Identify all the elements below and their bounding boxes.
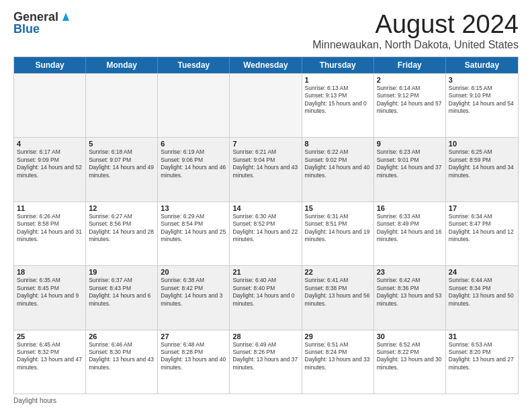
day-number: 4 <box>17 140 83 148</box>
calendar-cell: 22Sunrise: 6:41 AM Sunset: 8:38 PM Dayli… <box>302 266 374 329</box>
day-number: 24 <box>449 268 515 276</box>
cell-info: Sunrise: 6:45 AM Sunset: 8:32 PM Dayligh… <box>17 341 83 372</box>
cell-info: Sunrise: 6:44 AM Sunset: 8:34 PM Dayligh… <box>449 277 515 308</box>
calendar-cell <box>158 74 230 137</box>
calendar-cell: 8Sunrise: 6:22 AM Sunset: 9:02 PM Daylig… <box>302 138 374 201</box>
calendar-cell: 27Sunrise: 6:48 AM Sunset: 8:28 PM Dayli… <box>158 330 230 394</box>
logo-general: General <box>13 11 58 23</box>
day-number: 6 <box>161 140 226 148</box>
calendar-cell: 2Sunrise: 6:14 AM Sunset: 9:12 PM Daylig… <box>374 74 446 137</box>
day-number: 26 <box>89 332 154 340</box>
header-day-wednesday: Wednesday <box>230 57 302 73</box>
header-day-saturday: Saturday <box>446 57 518 73</box>
day-number: 31 <box>449 332 515 340</box>
calendar-cell: 28Sunrise: 6:49 AM Sunset: 8:26 PM Dayli… <box>230 330 302 394</box>
day-number: 5 <box>89 140 154 148</box>
logo-blue: Blue <box>13 22 40 36</box>
day-number: 30 <box>377 332 443 340</box>
calendar-cell <box>86 74 158 137</box>
cell-info: Sunrise: 6:26 AM Sunset: 8:58 PM Dayligh… <box>17 213 83 244</box>
cell-info: Sunrise: 6:27 AM Sunset: 8:56 PM Dayligh… <box>89 213 154 244</box>
day-number: 7 <box>232 140 298 148</box>
logo: General Blue <box>13 11 72 36</box>
calendar-cell: 16Sunrise: 6:33 AM Sunset: 8:49 PM Dayli… <box>374 202 446 265</box>
day-number: 9 <box>377 140 443 148</box>
location: Minnewaukan, North Dakota, United States <box>312 39 519 51</box>
day-number: 12 <box>89 204 154 212</box>
cell-info: Sunrise: 6:13 AM Sunset: 9:13 PM Dayligh… <box>305 85 371 116</box>
cell-info: Sunrise: 6:38 AM Sunset: 8:42 PM Dayligh… <box>161 277 226 308</box>
calendar-cell: 15Sunrise: 6:31 AM Sunset: 8:51 PM Dayli… <box>302 202 374 265</box>
cell-info: Sunrise: 6:21 AM Sunset: 9:04 PM Dayligh… <box>232 148 298 179</box>
cell-info: Sunrise: 6:22 AM Sunset: 9:02 PM Dayligh… <box>305 148 371 179</box>
calendar-cell: 25Sunrise: 6:45 AM Sunset: 8:32 PM Dayli… <box>14 330 86 394</box>
calendar-cell: 24Sunrise: 6:44 AM Sunset: 8:34 PM Dayli… <box>446 266 518 329</box>
cell-info: Sunrise: 6:19 AM Sunset: 9:06 PM Dayligh… <box>161 148 226 179</box>
day-number: 23 <box>377 268 443 276</box>
cell-info: Sunrise: 6:35 AM Sunset: 8:45 PM Dayligh… <box>17 277 83 308</box>
header-day-thursday: Thursday <box>302 57 374 73</box>
calendar-cell <box>14 74 86 137</box>
calendar-cell: 26Sunrise: 6:46 AM Sunset: 8:30 PM Dayli… <box>86 330 158 394</box>
calendar-cell: 10Sunrise: 6:25 AM Sunset: 8:59 PM Dayli… <box>446 138 518 201</box>
calendar-row-1: 1Sunrise: 6:13 AM Sunset: 9:13 PM Daylig… <box>14 73 518 137</box>
calendar-cell: 18Sunrise: 6:35 AM Sunset: 8:45 PM Dayli… <box>14 266 86 329</box>
day-number: 28 <box>232 332 298 340</box>
cell-info: Sunrise: 6:23 AM Sunset: 9:01 PM Dayligh… <box>377 148 443 179</box>
calendar-row-4: 18Sunrise: 6:35 AM Sunset: 8:45 PM Dayli… <box>14 265 518 329</box>
calendar-cell: 11Sunrise: 6:26 AM Sunset: 8:58 PM Dayli… <box>14 202 86 265</box>
calendar-cell: 1Sunrise: 6:13 AM Sunset: 9:13 PM Daylig… <box>302 74 374 137</box>
cell-info: Sunrise: 6:52 AM Sunset: 8:22 PM Dayligh… <box>377 341 443 372</box>
cell-info: Sunrise: 6:49 AM Sunset: 8:26 PM Dayligh… <box>232 341 298 372</box>
calendar-row-3: 11Sunrise: 6:26 AM Sunset: 8:58 PM Dayli… <box>14 201 518 265</box>
cell-info: Sunrise: 6:25 AM Sunset: 8:59 PM Dayligh… <box>449 148 515 179</box>
day-number: 3 <box>449 76 515 84</box>
day-number: 25 <box>17 332 83 340</box>
cell-info: Sunrise: 6:40 AM Sunset: 8:40 PM Dayligh… <box>232 277 298 308</box>
day-number: 10 <box>449 140 515 148</box>
cell-info: Sunrise: 6:37 AM Sunset: 8:43 PM Dayligh… <box>89 277 154 308</box>
header-day-tuesday: Tuesday <box>158 57 230 73</box>
day-number: 8 <box>305 140 371 148</box>
calendar-cell: 5Sunrise: 6:18 AM Sunset: 9:07 PM Daylig… <box>86 138 158 201</box>
cell-info: Sunrise: 6:51 AM Sunset: 8:24 PM Dayligh… <box>305 341 371 372</box>
day-number: 2 <box>377 76 443 84</box>
calendar-cell: 4Sunrise: 6:17 AM Sunset: 9:09 PM Daylig… <box>14 138 86 201</box>
day-number: 19 <box>89 268 154 276</box>
calendar-cell: 21Sunrise: 6:40 AM Sunset: 8:40 PM Dayli… <box>230 266 302 329</box>
month-title: August 2024 <box>312 11 519 39</box>
day-number: 13 <box>161 204 226 212</box>
calendar-row-5: 25Sunrise: 6:45 AM Sunset: 8:32 PM Dayli… <box>14 330 518 394</box>
header-day-monday: Monday <box>86 57 158 73</box>
calendar-cell: 12Sunrise: 6:27 AM Sunset: 8:56 PM Dayli… <box>86 202 158 265</box>
day-number: 14 <box>232 204 298 212</box>
cell-info: Sunrise: 6:29 AM Sunset: 8:54 PM Dayligh… <box>161 213 226 244</box>
calendar-cell: 9Sunrise: 6:23 AM Sunset: 9:01 PM Daylig… <box>374 138 446 201</box>
calendar-cell: 23Sunrise: 6:42 AM Sunset: 8:36 PM Dayli… <box>374 266 446 329</box>
cell-info: Sunrise: 6:41 AM Sunset: 8:38 PM Dayligh… <box>305 277 371 308</box>
calendar-cell: 20Sunrise: 6:38 AM Sunset: 8:42 PM Dayli… <box>158 266 230 329</box>
footer-note: Daylight hours <box>13 397 519 404</box>
day-number: 15 <box>305 204 371 212</box>
day-number: 27 <box>161 332 226 340</box>
calendar-cell: 31Sunrise: 6:53 AM Sunset: 8:20 PM Dayli… <box>446 330 518 394</box>
cell-info: Sunrise: 6:46 AM Sunset: 8:30 PM Dayligh… <box>89 341 154 372</box>
calendar-cell: 13Sunrise: 6:29 AM Sunset: 8:54 PM Dayli… <box>158 202 230 265</box>
day-number: 22 <box>305 268 371 276</box>
header-day-friday: Friday <box>374 57 446 73</box>
day-number: 1 <box>305 76 371 84</box>
calendar-body: 1Sunrise: 6:13 AM Sunset: 9:13 PM Daylig… <box>14 73 518 394</box>
calendar-cell: 3Sunrise: 6:15 AM Sunset: 9:10 PM Daylig… <box>446 74 518 137</box>
calendar-cell: 19Sunrise: 6:37 AM Sunset: 8:43 PM Dayli… <box>86 266 158 329</box>
svg-marker-0 <box>62 13 69 21</box>
day-number: 29 <box>305 332 371 340</box>
cell-info: Sunrise: 6:48 AM Sunset: 8:28 PM Dayligh… <box>161 341 226 372</box>
cell-info: Sunrise: 6:30 AM Sunset: 8:52 PM Dayligh… <box>232 213 298 244</box>
calendar: SundayMondayTuesdayWednesdayThursdayFrid… <box>13 56 519 394</box>
title-area: August 2024 Minnewaukan, North Dakota, U… <box>312 11 519 51</box>
cell-info: Sunrise: 6:14 AM Sunset: 9:12 PM Dayligh… <box>377 85 443 116</box>
cell-info: Sunrise: 6:33 AM Sunset: 8:49 PM Dayligh… <box>377 213 443 244</box>
page: General Blue August 2024 Minnewaukan, No… <box>0 0 532 411</box>
calendar-cell: 29Sunrise: 6:51 AM Sunset: 8:24 PM Dayli… <box>302 330 374 394</box>
cell-info: Sunrise: 6:18 AM Sunset: 9:07 PM Dayligh… <box>89 148 154 179</box>
